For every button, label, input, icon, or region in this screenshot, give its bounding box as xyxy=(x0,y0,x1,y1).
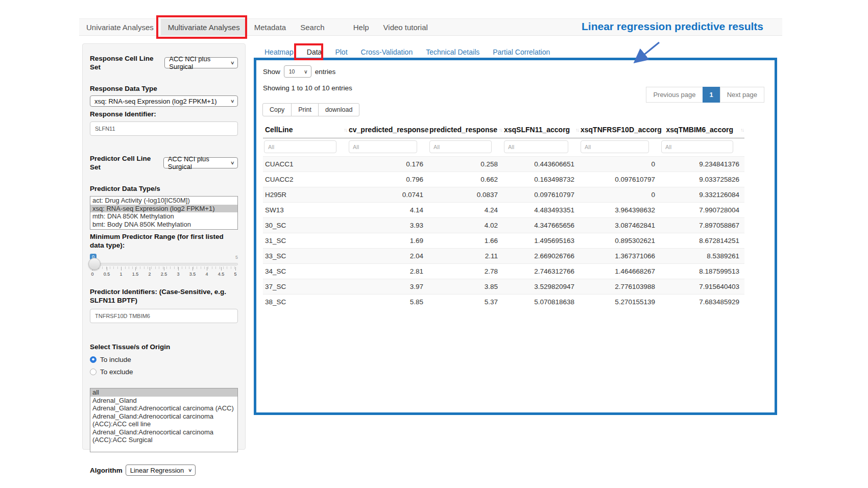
tissue-option[interactable]: Adrenal_Gland xyxy=(90,397,237,405)
cell-value: 3.529820947 xyxy=(503,279,580,295)
table-row: SW134.144.244.4834933513.9643986327.9907… xyxy=(263,203,744,218)
tab-technical-details[interactable]: Technical Details xyxy=(419,45,486,59)
cell-value: 7.915640403 xyxy=(660,279,744,295)
column-filter-input-cellline[interactable] xyxy=(264,140,336,153)
copy-button[interactable]: Copy xyxy=(262,103,292,116)
algorithm-value: Linear Regression xyxy=(130,467,184,474)
column-filter-input-xsqslfn11_accorg[interactable] xyxy=(504,140,568,153)
nav-item-help[interactable]: Help xyxy=(346,19,376,35)
cell-value: 1.495695163 xyxy=(503,233,580,249)
response-cell-line-set-select[interactable]: ACC NCI plus Surgical ∨ xyxy=(164,57,238,68)
min-predictor-range-slider[interactable]: 0 5 00.511.522.533.544.55 xyxy=(90,254,238,280)
radio-icon xyxy=(90,356,97,363)
table-row: 38_SC5.855.375.0708186385.2701551397.683… xyxy=(263,295,744,310)
table-row: 34_SC2.812.782.7463127661.4646682678.187… xyxy=(263,264,744,279)
print-button[interactable]: Print xyxy=(291,103,319,116)
cell-value: 9.332126084 xyxy=(660,187,744,203)
response-data-type-select[interactable]: xsq: RNA-seq Expression (log2 FPKM+1) ∨ xyxy=(90,95,238,107)
cell-value: 0.163498732 xyxy=(503,172,580,187)
cell-line-name: 38_SC xyxy=(263,295,348,310)
algorithm-select[interactable]: Linear Regression ∨ xyxy=(126,465,196,476)
annotation-arrow-icon xyxy=(627,40,664,66)
tab-heatmap[interactable]: Heatmap xyxy=(258,45,300,59)
tick-label: 2 xyxy=(148,272,151,277)
tick-mark xyxy=(135,267,136,271)
cell-value: 9.234841376 xyxy=(660,157,744,172)
column-header-xsqtnfrsf10d_accorg[interactable]: xsqTNFRSF10D_accorg↑↓ xyxy=(580,121,660,138)
page-1-button[interactable]: 1 xyxy=(703,87,720,103)
column-filter-input-xsqtmbim6_accorg[interactable] xyxy=(661,140,733,153)
sort-icon: ↑↓ xyxy=(740,127,743,133)
next-page-button[interactable]: Next page xyxy=(720,87,764,103)
tab-partial-correlation[interactable]: Partial Correlation xyxy=(486,45,557,59)
predictor-data-type-option[interactable]: act: Drug Activity (-log10[IC50M]) xyxy=(90,197,237,205)
cell-value: 4.24 xyxy=(428,203,503,218)
tissue-option[interactable]: all xyxy=(90,388,237,397)
table-row: 30_SC3.934.024.3476656563.0874628417.897… xyxy=(263,218,744,233)
nav-item-search[interactable]: Search xyxy=(293,19,332,35)
tissue-option[interactable]: Adrenal_Gland:Adrenocortical carcinoma (… xyxy=(90,404,237,412)
predictor-data-type-option[interactable]: xsq: RNA-seq Expression (log2 FPKM+1) xyxy=(90,205,237,213)
tick-label: 0.5 xyxy=(104,272,110,277)
tick-label: 1 xyxy=(119,272,122,277)
cell-value: 3.964398632 xyxy=(580,203,660,218)
cell-value: 3.93 xyxy=(348,218,428,233)
column-filter-input-cv_predicted_response[interactable] xyxy=(349,140,417,153)
nav-item-video-tutorial[interactable]: Video tutorial xyxy=(376,19,435,35)
cell-value: 0 xyxy=(580,157,660,172)
previous-page-button[interactable]: Previous page xyxy=(646,87,703,103)
nav-item-univariate-analyses[interactable]: Univariate Analyses xyxy=(79,19,161,35)
predictor-data-types-listbox[interactable]: act: Drug Activity (-log10[IC50M])xsq: R… xyxy=(90,196,238,230)
app-window: Univariate AnalysesMultivariate Analyses… xyxy=(0,0,868,488)
column-header-cv_predicted_response[interactable]: cv_predicted_response↑↓ xyxy=(348,121,428,138)
cell-value: 0.662 xyxy=(428,172,503,187)
predictor-cell-line-set-select[interactable]: ACC NCI plus Surgical ∨ xyxy=(163,157,238,168)
column-filter-input-predicted_response[interactable] xyxy=(429,140,492,153)
cell-value: 0.097610797 xyxy=(580,172,660,187)
analysis-settings-panel: Response Cell Line Set ACC NCI plus Surg… xyxy=(82,43,246,450)
nav-item-metadata[interactable]: Metadata xyxy=(247,19,294,35)
column-filter-row xyxy=(263,138,744,157)
tissue-origin-label: Select Tissue/s of Origin xyxy=(90,343,238,351)
slider-handle[interactable] xyxy=(88,258,101,270)
nav-item-multivariate-analyses[interactable]: Multivariate Analyses xyxy=(161,19,247,35)
tick-mark xyxy=(150,267,150,271)
chevron-down-icon: ∨ xyxy=(304,68,308,75)
tick-mark xyxy=(207,267,207,271)
radio-to-exclude[interactable]: To exclude xyxy=(90,368,238,376)
radio-icon xyxy=(90,369,97,375)
chevron-down-icon: ∨ xyxy=(230,99,235,104)
tick-label: 4 xyxy=(205,272,208,277)
slider-tick: 4.5 xyxy=(219,267,224,277)
tissue-listbox[interactable]: allAdrenal_GlandAdrenal_Gland:Adrenocort… xyxy=(90,388,238,452)
response-identifier-input[interactable] xyxy=(90,121,238,136)
column-header-xsqtmbim6_accorg[interactable]: xsqTMBIM6_accorg↑↓ xyxy=(660,121,744,138)
column-header-xsqslfn11_accorg[interactable]: xsqSLFN11_accorg↑↓ xyxy=(503,121,580,138)
tissue-option[interactable]: Adrenal_Gland:Adrenocortical carcinoma (… xyxy=(90,428,237,444)
predictor-data-type-option[interactable]: bmt: Body DNA 850K Methylation xyxy=(90,221,237,229)
table-row: 31_SC1.691.661.4956951630.8953026218.672… xyxy=(263,233,744,249)
predictor-data-type-option[interactable]: mth: DNA 850K Methylation xyxy=(90,212,237,221)
tick-label: 0 xyxy=(91,272,93,277)
tab-data[interactable]: Data xyxy=(300,45,329,59)
radio-to-include[interactable]: To include xyxy=(90,356,238,363)
slider-tick: 3 xyxy=(176,267,181,277)
cell-value: 0.443606651 xyxy=(503,157,580,172)
tab-cross-validation[interactable]: Cross-Validation xyxy=(354,45,420,59)
tick-mark xyxy=(107,267,107,271)
cell-value: 1.66 xyxy=(428,233,503,249)
table-row: 37_SC3.973.853.5298209472.7761039887.915… xyxy=(263,279,744,295)
cell-line-name: H295R xyxy=(263,187,348,203)
tissue-option[interactable]: Adrenal_Gland:Adrenocortical carcinoma (… xyxy=(90,412,237,428)
column-filter-input-xsqtnfrsf10d_accorg[interactable] xyxy=(581,140,649,153)
tab-plot[interactable]: Plot xyxy=(328,45,354,59)
download-button[interactable]: download xyxy=(318,103,360,116)
chevron-down-icon: ∨ xyxy=(188,468,192,473)
cell-value: 5.070818638 xyxy=(503,295,580,310)
column-header-cellline[interactable]: CellLine↑↓ xyxy=(263,121,348,138)
page-length-select[interactable]: 10 ∨ xyxy=(284,65,311,78)
predictor-identifiers-input[interactable] xyxy=(90,309,238,323)
slider-track[interactable] xyxy=(90,263,238,265)
column-header-predicted_response[interactable]: predicted_response↑↓ xyxy=(428,121,503,138)
results-tabbar: HeatmapDataPlotCross-ValidationTechnical… xyxy=(258,45,557,59)
